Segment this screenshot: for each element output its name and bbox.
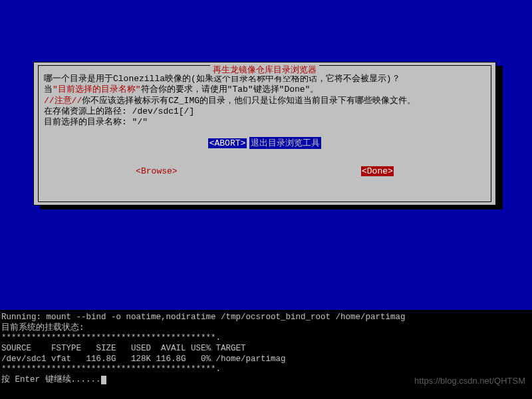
- tui-background: 再生龙镜像仓库目录浏览器 哪一个目录是用于Clonezilla映像的(如果这个目…: [0, 0, 532, 310]
- abort-row: <ABORT>退出目录浏览工具: [44, 137, 485, 149]
- term-l2: 目前系统的挂载状态:: [1, 323, 84, 332]
- body-line3-warn: //注意//: [44, 96, 82, 106]
- watermark: https://blog.csdn.net/QHTSM: [414, 376, 525, 386]
- cursor-icon: [101, 376, 106, 384]
- term-l5: /dev/sdc1 vfat 116.8G 128K 116.8G 0% /ho…: [1, 354, 286, 364]
- body-line5: 目前选择的目录名称: "/": [44, 117, 148, 127]
- term-l6: ****************************************…: [1, 364, 221, 374]
- browse-button[interactable]: <Browse>: [136, 166, 177, 176]
- term-l3: ****************************************…: [1, 333, 221, 342]
- body-line2c: 符合你的要求，请使用"Tab"键选择"Done"。: [141, 84, 319, 94]
- dialog-inner: 再生龙镜像仓库目录浏览器 哪一个目录是用于Clonezilla映像的(如果这个目…: [38, 65, 491, 202]
- term-l1: Running: mount --bind -o noatime,nodirat…: [1, 313, 406, 322]
- abort-button[interactable]: <ABORT>: [208, 138, 247, 148]
- term-l4: SOURCE FSTYPE SIZE USED AVAIL USE% TARGE…: [1, 344, 246, 353]
- term-l7: 按 Enter 键继续......: [1, 375, 101, 384]
- dialog-title: 再生龙镜像仓库目录浏览器: [210, 64, 319, 76]
- body-line2a: 当: [44, 84, 53, 94]
- button-row: <Browse> <Done>: [44, 166, 485, 176]
- done-button[interactable]: <Done>: [361, 166, 394, 176]
- abort-button-label: <ABORT>: [209, 138, 246, 148]
- abort-description: 退出目录浏览工具: [249, 137, 321, 149]
- body-line2-highlight: "目前选择的目录名称": [53, 84, 141, 94]
- dialog-body: 哪一个目录是用于Clonezilla映像的(如果这个目录名称中有空格的话，它将不…: [44, 74, 485, 128]
- body-line4: 在存储资源上的路径: /dev/sdc1[/]: [44, 106, 194, 116]
- body-line3b: 你不应该选择被标示有CZ_IMG的目录，他们只是让你知道当前目录下有哪些映像文件…: [82, 96, 416, 106]
- dialog-box: 再生龙镜像仓库目录浏览器 哪一个目录是用于Clonezilla映像的(如果这个目…: [33, 62, 496, 205]
